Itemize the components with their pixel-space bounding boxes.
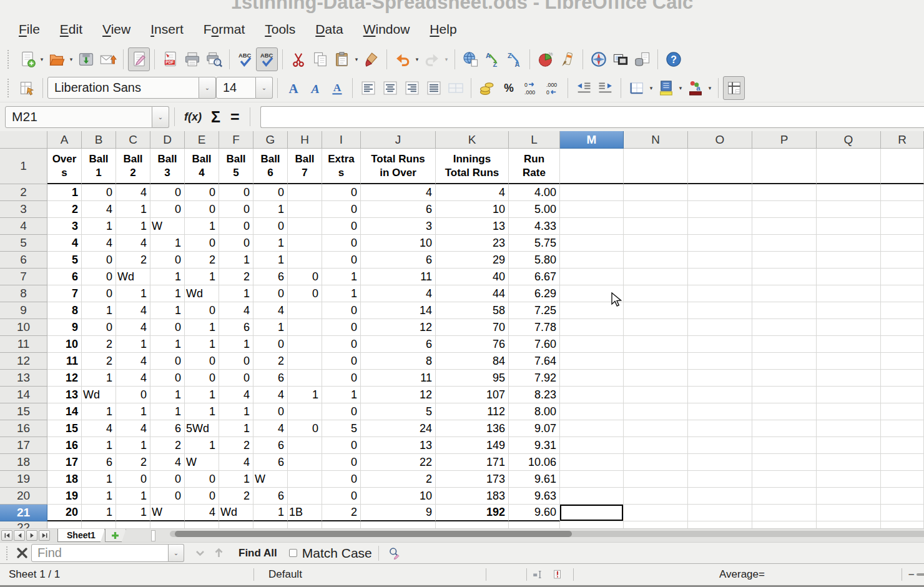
- cell-H10[interactable]: [288, 319, 322, 336]
- cell-Q10[interactable]: [817, 319, 881, 336]
- cell-H8[interactable]: 0: [288, 285, 322, 302]
- insert-chart-button[interactable]: %: [534, 47, 556, 71]
- row-header-1[interactable]: 1: [0, 149, 47, 184]
- cell-F7[interactable]: 2: [219, 269, 253, 285]
- cell-H21[interactable]: 1B: [288, 505, 322, 521]
- cell-I21[interactable]: 2: [322, 505, 361, 521]
- cell-R7[interactable]: [881, 269, 924, 285]
- spelling-button[interactable]: ABC: [234, 47, 256, 71]
- cell-K8[interactable]: 44: [436, 285, 509, 302]
- cell-R17[interactable]: [881, 437, 924, 454]
- column-header-K[interactable]: K: [436, 131, 509, 149]
- cell-Q9[interactable]: [817, 302, 881, 319]
- cell-O8[interactable]: [688, 285, 752, 302]
- cell-K15[interactable]: 112: [436, 403, 509, 420]
- cell-E6[interactable]: 2: [185, 252, 219, 269]
- cell-C7[interactable]: Wd: [116, 269, 150, 285]
- cell-L11[interactable]: 7.60: [509, 336, 560, 353]
- zoom-slider[interactable]: [917, 564, 924, 585]
- cell-B20[interactable]: 1: [82, 488, 116, 505]
- column-header-L[interactable]: L: [509, 131, 560, 149]
- cell-D4[interactable]: W: [150, 218, 185, 235]
- row-header-3[interactable]: 3: [0, 201, 47, 218]
- draw-functions-button[interactable]: [556, 47, 578, 71]
- font-size-combo[interactable]: 14: [216, 77, 256, 99]
- hyperlink-button[interactable]: [460, 47, 481, 71]
- cell-D18[interactable]: 4: [150, 454, 185, 471]
- cell-C11[interactable]: 1: [116, 336, 150, 353]
- cell-M9[interactable]: [560, 302, 624, 319]
- row-header-9[interactable]: 9: [0, 302, 47, 319]
- cell-B14[interactable]: Wd: [82, 387, 116, 403]
- cell-K9[interactable]: 58: [436, 302, 509, 319]
- cell-A17[interactable]: 16: [47, 437, 82, 454]
- cell-L15[interactable]: 8.00: [509, 403, 560, 420]
- equals-button[interactable]: =: [225, 108, 245, 126]
- add-decimal-button[interactable]: 0.000: [519, 76, 541, 100]
- cell-Q4[interactable]: [817, 218, 881, 235]
- cell-J21[interactable]: 9: [361, 505, 436, 521]
- cell-O4[interactable]: [688, 218, 752, 235]
- row-header-19[interactable]: 19: [0, 471, 47, 488]
- cell-O17[interactable]: [688, 437, 752, 454]
- cell-H9[interactable]: [288, 302, 322, 319]
- cell-Q21[interactable]: [817, 505, 881, 521]
- cell-I14[interactable]: 1: [322, 387, 361, 403]
- cell-G20[interactable]: 6: [253, 488, 288, 505]
- cell-R6[interactable]: [881, 252, 924, 269]
- cell-A10[interactable]: 9: [47, 319, 82, 336]
- increase-indent-button[interactable]: [594, 76, 616, 100]
- cell-O15[interactable]: [688, 403, 752, 420]
- cell-I15[interactable]: 0: [322, 403, 361, 420]
- cell-L3[interactable]: 5.00: [509, 201, 560, 218]
- cell-P10[interactable]: [752, 319, 817, 336]
- align-right-button[interactable]: [401, 76, 423, 100]
- menu-file[interactable]: File: [9, 18, 50, 41]
- row-header-20[interactable]: 20: [0, 488, 47, 505]
- cell-B16[interactable]: 4: [82, 420, 116, 437]
- cell-M1[interactable]: [560, 149, 624, 184]
- cell-M16[interactable]: [560, 420, 624, 437]
- cell-F8[interactable]: 1: [219, 285, 253, 302]
- cell-G9[interactable]: 4: [253, 302, 288, 319]
- align-justify-button[interactable]: [423, 76, 445, 100]
- column-header-P[interactable]: P: [752, 131, 817, 149]
- cell-H6[interactable]: [288, 252, 322, 269]
- cell-H2[interactable]: [288, 184, 322, 201]
- cell-P7[interactable]: [752, 269, 817, 285]
- cell-J6[interactable]: 6: [361, 252, 436, 269]
- cell-E20[interactable]: 0: [185, 488, 219, 505]
- cell-P9[interactable]: [752, 302, 817, 319]
- cell-P3[interactable]: [752, 201, 817, 218]
- name-box-dropdown[interactable]: ⌄: [152, 106, 169, 128]
- cell-L2[interactable]: 4.00: [509, 184, 560, 201]
- cell-I3[interactable]: 0: [322, 201, 361, 218]
- background-color-button[interactable]: [655, 76, 677, 100]
- cell-D21[interactable]: W: [150, 505, 185, 521]
- cell-O9[interactable]: [688, 302, 752, 319]
- cell-G16[interactable]: 4: [253, 420, 288, 437]
- cell-N1[interactable]: [624, 149, 688, 184]
- cell-B9[interactable]: 1: [82, 302, 116, 319]
- cell-N13[interactable]: [624, 370, 688, 387]
- cell-G17[interactable]: 6: [253, 437, 288, 454]
- cell-K11[interactable]: 76: [436, 336, 509, 353]
- cell-B11[interactable]: 2: [82, 336, 116, 353]
- cell-R3[interactable]: [881, 201, 924, 218]
- menu-edit[interactable]: Edit: [50, 18, 92, 41]
- cell-I10[interactable]: 0: [322, 319, 361, 336]
- cell-C15[interactable]: 1: [116, 403, 150, 420]
- cell-G13[interactable]: 6: [253, 370, 288, 387]
- cell-B13[interactable]: 1: [82, 370, 116, 387]
- column-header-J[interactable]: J: [361, 131, 436, 149]
- cell-N17[interactable]: [624, 437, 688, 454]
- cell-E1[interactable]: Ball 4: [185, 149, 219, 184]
- cell-A21[interactable]: 20: [47, 505, 82, 521]
- cell-L5[interactable]: 5.75: [509, 235, 560, 252]
- cell-N21[interactable]: [624, 505, 688, 521]
- cell-F3[interactable]: 0: [219, 201, 253, 218]
- cell-A13[interactable]: 12: [47, 370, 82, 387]
- row-header-18[interactable]: 18: [0, 454, 47, 471]
- row-header-14[interactable]: 14: [0, 387, 47, 403]
- column-header-Q[interactable]: Q: [817, 131, 881, 149]
